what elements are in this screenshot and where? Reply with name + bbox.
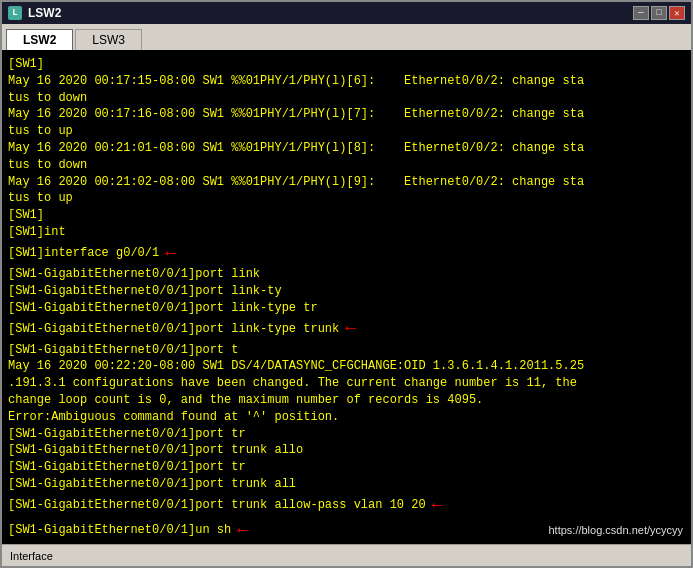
title-bar: L LSW2 — □ ✕ (2, 2, 691, 24)
terminal-line: Error:Ambiguous command found at '^' pos… (8, 409, 685, 426)
red-arrow-icon: ← (165, 241, 176, 266)
title-controls[interactable]: — □ ✕ (633, 6, 685, 20)
terminal-line: [SW1-GigabitEthernet0/0/1]port tr (8, 459, 685, 476)
terminal-output[interactable]: [SW1]May 16 2020 00:17:15-08:00 SW1 %%01… (2, 52, 691, 544)
terminal-line: May 16 2020 00:21:01-08:00 SW1 %%01PHY/1… (8, 140, 685, 174)
tab-lsw3[interactable]: LSW3 (75, 29, 142, 50)
watermark: https://blog.csdn.net/ycycyy (548, 523, 683, 538)
terminal-line: [SW1] (8, 56, 685, 73)
window-title: LSW2 (28, 6, 61, 20)
terminal-line: [SW1-GigabitEthernet0/0/1]port trunk all… (8, 493, 685, 518)
line-text: [SW1-GigabitEthernet0/0/1]port link-type… (8, 321, 339, 338)
terminal-line: May 16 2020 00:22:20-08:00 SW1 DS/4/DATA… (8, 358, 685, 408)
terminal-line: [SW1-GigabitEthernet0/0/1]port trunk all… (8, 442, 685, 459)
terminal-line: [SW1-GigabitEthernet0/0/1]port link-ty (8, 283, 685, 300)
line-text: [SW1-GigabitEthernet0/0/1]port trunk all… (8, 497, 426, 514)
status-label: Interface (10, 550, 53, 562)
terminal-line: May 16 2020 00:17:15-08:00 SW1 %%01PHY/1… (8, 73, 685, 107)
restore-button[interactable]: □ (651, 6, 667, 20)
red-arrow-icon: ← (345, 316, 356, 341)
red-arrow-icon: ← (432, 493, 443, 518)
main-window: L LSW2 — □ ✕ LSW2 LSW3 [SW1]May 16 2020 … (0, 0, 693, 568)
tab-lsw2[interactable]: LSW2 (6, 29, 73, 50)
terminal-line: Info: Interface GigabitEthernet0/0/1 is … (8, 543, 685, 544)
terminal-line: [SW1] (8, 207, 685, 224)
status-bar: Interface (2, 544, 691, 566)
terminal-line: [SW1-GigabitEthernet0/0/1]port link-type… (8, 300, 685, 317)
title-bar-left: L LSW2 (8, 6, 61, 20)
terminal-line: May 16 2020 00:21:02-08:00 SW1 %%01PHY/1… (8, 174, 685, 208)
terminal-line: [SW1]int (8, 224, 685, 241)
terminal-line: [SW1-GigabitEthernet0/0/1]port t (8, 342, 685, 359)
close-button[interactable]: ✕ (669, 6, 685, 20)
terminal-line: [SW1]interface g0/0/1← (8, 241, 685, 266)
terminal-line: [SW1-GigabitEthernet0/0/1]port link (8, 266, 685, 283)
tab-bar: LSW2 LSW3 (2, 24, 691, 52)
terminal-line: [SW1-GigabitEthernet0/0/1]port trunk all (8, 476, 685, 493)
line-text: [SW1]interface g0/0/1 (8, 245, 159, 262)
line-text: [SW1-GigabitEthernet0/0/1]un sh (8, 522, 231, 539)
terminal-line: [SW1-GigabitEthernet0/0/1]port link-type… (8, 316, 685, 341)
minimize-button[interactable]: — (633, 6, 649, 20)
terminal-line: [SW1-GigabitEthernet0/0/1]port tr (8, 426, 685, 443)
red-arrow-icon: ← (237, 518, 248, 543)
app-icon: L (8, 6, 22, 20)
terminal-line: May 16 2020 00:17:16-08:00 SW1 %%01PHY/1… (8, 106, 685, 140)
